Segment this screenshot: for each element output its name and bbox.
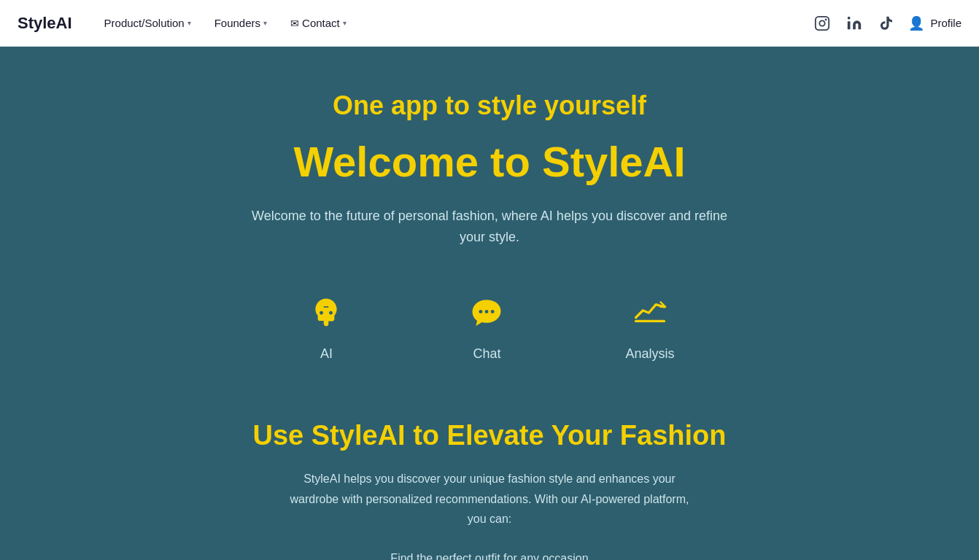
section2-list: Find the perfect outfit for any occasion…: [381, 552, 598, 560]
nav-product-label: Product/Solution: [104, 17, 185, 29]
feature-chat: Chat: [465, 291, 508, 362]
feature-ai-label: AI: [320, 346, 333, 362]
nav-contact[interactable]: ✉ Contact ▾: [282, 11, 355, 35]
nav-founders-label: Founders: [214, 17, 260, 29]
profile-label: Profile: [930, 17, 961, 29]
svg-rect-10: [635, 320, 665, 322]
brand-logo[interactable]: StyleAI: [18, 14, 72, 33]
svg-point-4: [848, 16, 851, 19]
section2-title: Use StyleAI to Elevate Your Fashion: [252, 420, 726, 451]
svg-point-5: [320, 303, 325, 307]
hero-tagline: One app to style yourself: [333, 90, 646, 121]
nav-founders[interactable]: Founders ▾: [206, 11, 276, 35]
tiktok-link[interactable]: [876, 13, 897, 34]
svg-point-2: [825, 18, 827, 20]
svg-point-1: [820, 20, 825, 26]
svg-point-7: [479, 310, 483, 314]
hero-section: One app to style yourself Welcome to Sty…: [0, 47, 979, 560]
navbar: StyleAI Product/Solution ▾ Founders ▾ ✉ …: [0, 0, 979, 47]
feature-analysis-label: Analysis: [625, 346, 674, 362]
svg-point-8: [485, 310, 489, 314]
chevron-down-icon: ▾: [343, 19, 347, 27]
brain-icon: [304, 291, 348, 335]
user-icon: 👤: [908, 15, 924, 31]
section2: Use StyleAI to Elevate Your Fashion Styl…: [29, 420, 950, 560]
nav-contact-label: Contact: [302, 17, 340, 29]
list-item: Find the perfect outfit for any occasion: [381, 552, 598, 560]
feature-analysis: Analysis: [625, 291, 674, 362]
svg-rect-3: [848, 21, 851, 29]
chat-icon: [465, 291, 508, 335]
linkedin-link[interactable]: [844, 13, 864, 34]
envelope-icon: ✉: [290, 18, 299, 29]
section2-desc: StyleAI helps you discover your unique f…: [285, 469, 694, 529]
analysis-icon: [628, 291, 672, 335]
hero-subtitle: Welcome to the future of personal fashio…: [241, 206, 738, 248]
social-links: [812, 13, 897, 34]
chevron-down-icon: ▾: [263, 19, 267, 27]
features-row: AI Chat Analysi: [161, 291, 818, 362]
feature-ai: AI: [304, 291, 348, 362]
svg-point-6: [329, 303, 334, 307]
nav-links: Product/Solution ▾ Founders ▾ ✉ Contact …: [96, 11, 801, 35]
instagram-link[interactable]: [812, 13, 832, 34]
feature-chat-label: Chat: [473, 346, 500, 362]
svg-point-9: [491, 310, 495, 314]
profile-nav[interactable]: 👤 Profile: [908, 15, 961, 31]
svg-rect-0: [816, 16, 829, 29]
hero-title: Welcome to StyleAI: [293, 139, 685, 185]
nav-product[interactable]: Product/Solution ▾: [96, 11, 200, 35]
chevron-down-icon: ▾: [187, 19, 191, 27]
